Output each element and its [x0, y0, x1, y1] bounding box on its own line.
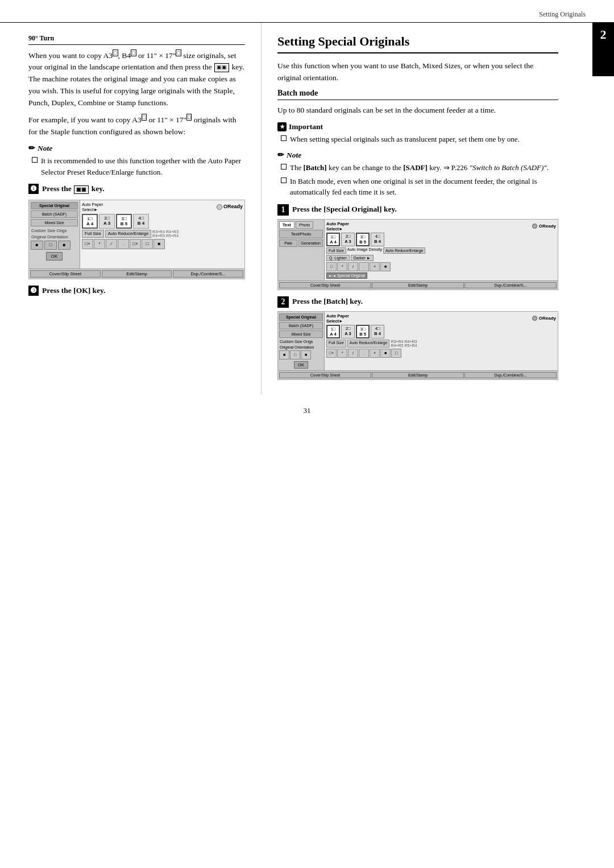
sm-icon7b[interactable]: □: [391, 349, 401, 358]
sm-top-tabs: Text Photo: [279, 221, 323, 229]
sm-text-photo[interactable]: Text/Photo: [279, 230, 323, 238]
orient-btn1[interactable]: ■: [31, 241, 43, 250]
sm-footer-btn3b[interactable]: Dup./Combine/S...: [464, 372, 557, 378]
ui-left-sidebar: Special Original Batch (SADF) Mixed Size…: [29, 200, 80, 268]
icon2[interactable]: *: [94, 239, 105, 249]
orient-btn3[interactable]: ■: [58, 241, 70, 250]
ready-label: OReady: [217, 204, 243, 210]
right-step2-text: Press the [Batch] key.: [292, 296, 363, 307]
sm-pale[interactable]: Pale: [279, 239, 297, 247]
sm-footer-btn1a[interactable]: Cover/Slip Sheet: [279, 282, 371, 288]
auto-reduce-btn[interactable]: Auto Reduce/Enlarge: [105, 230, 151, 238]
sm-ready-text2: OReady: [539, 316, 556, 321]
sm-icon5a[interactable]: +: [370, 262, 380, 271]
sm-footer-btn3a[interactable]: Dup./Combine/S...: [464, 282, 557, 288]
sm-icon3b[interactable]: /: [348, 349, 358, 358]
tab-photo[interactable]: Photo: [296, 221, 314, 229]
ok-button[interactable]: OK: [46, 252, 63, 261]
right-note-item1: The [Batch] key can be change to the [SA…: [277, 162, 558, 173]
right-note-title: ✏ Note: [277, 150, 558, 160]
sm-icon2a[interactable]: *: [337, 262, 347, 271]
paper-b4[interactable]: 4□B 4: [133, 214, 149, 229]
sm-footer-btn2a[interactable]: Edit/Stamp: [372, 282, 464, 288]
sm-ok2-btn[interactable]: OK: [294, 361, 308, 369]
right-note-checkbox2: [281, 177, 287, 183]
paper-b5[interactable]: 3□B 5: [116, 214, 132, 229]
sm-paper2-a4[interactable]: 1□A 4: [326, 325, 340, 338]
sm-auto-reduce[interactable]: Auto Reduce/Enlarge: [383, 247, 426, 254]
key-icon: ▣▣: [214, 63, 229, 72]
icon6[interactable]: □: [142, 239, 153, 249]
sm-paper-a4[interactable]: 1□A 4: [326, 233, 340, 246]
sm-icon4b[interactable]: .: [359, 349, 369, 358]
sm-generation[interactable]: Generation: [298, 239, 323, 247]
sm-icon6b[interactable]: ■: [380, 349, 391, 358]
sm-lighter[interactable]: Q. Lighter: [326, 255, 350, 261]
icon7[interactable]: ■: [154, 239, 165, 249]
sm-full-size2[interactable]: Full Size: [326, 340, 346, 348]
ui-panel-inner: Special Original Batch (SADF) Mixed Size…: [29, 200, 244, 268]
sm-batch2[interactable]: Batch (SADF): [279, 322, 323, 329]
sm-mixed2[interactable]: Mixed Size: [279, 330, 323, 338]
sm-paper2-b5[interactable]: 3□B 5: [356, 325, 370, 338]
size-ratios: R3+R4R4+R5: [152, 230, 165, 238]
sm-icon3a[interactable]: /: [348, 262, 358, 271]
sidebar-special-original: Special Original: [31, 202, 78, 209]
page-header: Setting Originals: [0, 0, 614, 23]
tab-text[interactable]: Text: [279, 221, 294, 229]
sm-main1: Auto PaperSelect► OReady 1□A 4 2□A 3 3□B…: [325, 220, 558, 280]
main-title: Setting Special Originals: [277, 34, 558, 53]
footer-btn2[interactable]: Edit/Stamp: [102, 270, 172, 278]
sm-ready-row2: Auto PaperSelect► OReady: [326, 313, 556, 324]
step3-text: Press the [OK] key.: [42, 285, 106, 296]
sm-main2: Auto PaperSelect► OReady 1□A 4 2□A 3 3□B…: [325, 312, 558, 370]
important-section: ★ Important When setting special origina…: [277, 122, 558, 145]
orient-btn2[interactable]: □: [44, 241, 57, 250]
paper-a4[interactable]: 1□A 4: [82, 214, 98, 229]
ready-circle: [217, 204, 222, 210]
footer-btn3[interactable]: Dup./Combine/S...: [173, 270, 243, 278]
sm-ready-circle2: [532, 316, 537, 321]
sm-auto-image: Auto Image Density: [347, 247, 382, 254]
icon1[interactable]: □+: [82, 239, 93, 249]
paper-a3[interactable]: 2□A 3: [99, 214, 115, 229]
footer-btn1[interactable]: Cover/Slip Sheet: [30, 270, 101, 278]
sm-paper-b4[interactable]: 4□B 4: [371, 233, 384, 246]
sm-paper-a3[interactable]: 2□A 3: [341, 233, 355, 246]
sm-darker[interactable]: Darker ►: [351, 255, 374, 261]
sm-footer-btn1b[interactable]: Cover/Slip Sheet: [279, 372, 371, 378]
paper-row: 1□A 4 2□A 3 3□B 5 4□B 4: [82, 214, 243, 229]
full-size-btn[interactable]: Full Size: [82, 230, 104, 238]
sm-icon6a[interactable]: ■: [380, 262, 391, 271]
sm-icon4a[interactable]: .: [359, 262, 369, 271]
icon5[interactable]: □+: [130, 239, 141, 249]
sm-paper-b5[interactable]: 3□B 5: [356, 233, 370, 246]
sm-size-row2: Full Size Auto Reduce/Enlarge R3+R4R4+R5…: [326, 340, 556, 348]
sm-sidebar1: Text Photo Text/Photo Pale Generation: [278, 220, 325, 280]
sm-icon5b[interactable]: +: [370, 349, 380, 358]
batch-mode-heading: Batch mode: [277, 89, 558, 100]
sm-icon1a[interactable]: □: [326, 262, 337, 271]
sm-paper-row2: 1□A 4 2□A 3 3□B 5 4□B 4: [326, 325, 556, 338]
sm-special-original-btn[interactable]: ●○● Special Original: [326, 272, 367, 279]
sm-icon2b[interactable]: *: [337, 349, 347, 358]
batch-description: Up to 80 standard originals can be set i…: [277, 105, 558, 117]
sm-orient2-btn2[interactable]: □: [290, 350, 300, 359]
sm-custom2-label: Custom Size Origs: [279, 339, 323, 344]
right-step1-num: 1: [277, 204, 289, 216]
sm-orient2-btn1[interactable]: ■: [279, 350, 289, 359]
sm-ok2-area: OK: [279, 361, 323, 369]
sm-paper2-b4[interactable]: 4□B 4: [371, 325, 384, 338]
sm-auto-reduce2[interactable]: Auto Reduce/Enlarge: [347, 340, 390, 348]
sm-icon1b[interactable]: □+: [326, 349, 337, 358]
ui-panel-right-step1-inner: Text Photo Text/Photo Pale Generation Au…: [278, 220, 558, 280]
sm-paper2-a3[interactable]: 2□A 3: [341, 325, 355, 338]
icon3[interactable]: ⁄: [106, 239, 117, 249]
sm-footer-btn2b[interactable]: Edit/Stamp: [372, 372, 464, 378]
right-note: ✏ Note The [Batch] key can be change to …: [277, 150, 558, 198]
icon4[interactable]: .: [118, 239, 129, 249]
sm-full-size[interactable]: Full Size: [326, 247, 346, 254]
sm-orient2-btn3[interactable]: ■: [301, 350, 311, 359]
sm-special2: Special Original: [279, 313, 323, 321]
sm-auto-paper2: Auto PaperSelect►: [326, 313, 349, 324]
